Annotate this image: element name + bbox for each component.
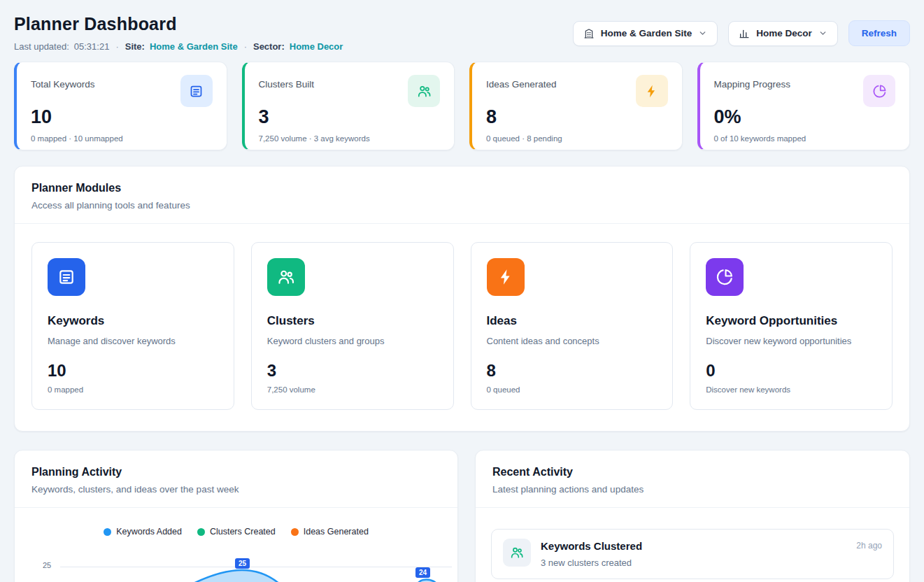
legend-dot — [291, 528, 299, 536]
stat-value: 8 — [486, 106, 668, 128]
planning-activity-panel: Planning Activity Keywords, clusters, an… — [14, 450, 458, 582]
module-detail: Discover new keywords — [706, 385, 876, 394]
sector-selector-label: Home Decor — [756, 28, 812, 38]
legend-label: Keywords Added — [116, 527, 182, 537]
stat-detail: 0 queued · 8 pending — [486, 134, 668, 143]
modules-grid: Keywords Manage and discover keywords 10… — [15, 224, 909, 431]
activity-item-description: 3 new clusters created — [541, 558, 846, 568]
stat-label: Ideas Generated — [486, 75, 557, 90]
people-icon — [503, 539, 531, 567]
header-actions: Home & Garden Site Home Decor Refresh — [573, 20, 910, 46]
chevron-down-icon — [698, 29, 707, 38]
legend-item-clusters-created: Clusters Created — [197, 527, 276, 537]
modules-title: Planner Modules — [31, 182, 893, 194]
activity-list-item: Keywords Clustered 3 new clusters create… — [491, 529, 894, 579]
module-title: Keywords — [48, 314, 218, 328]
module-description: Content ideas and concepts — [487, 336, 658, 346]
legend-label: Ideas Generated — [304, 527, 369, 537]
planning-activity-title: Planning Activity — [31, 466, 441, 478]
modules-subtitle: Access all planning tools and features — [31, 200, 893, 211]
legend-item-keywords-added: Keywords Added — [104, 527, 182, 537]
module-detail: 7,250 volume — [267, 385, 438, 394]
stat-detail: 0 of 10 keywords mapped — [714, 134, 896, 143]
module-description: Manage and discover keywords — [48, 336, 218, 346]
planning-activity-chart: 25 25 24 — [15, 545, 457, 582]
meta-separator: · — [243, 41, 248, 52]
activity-item-title: Keywords Clustered — [541, 540, 846, 552]
building-icon — [583, 28, 595, 39]
document-lines-icon — [180, 75, 213, 107]
pie-chart-icon — [706, 258, 744, 296]
stat-detail: 7,250 volume · 3 avg keywords — [259, 134, 441, 143]
activity-item-timestamp: 2h ago — [856, 541, 882, 551]
page-title: Planner Dashboard — [14, 14, 343, 34]
sector-label: Sector: — [253, 41, 285, 52]
module-card-ideas[interactable]: Ideas Content ideas and concepts 8 0 que… — [471, 242, 674, 410]
activity-item-body: Keywords Clustered 3 new clusters create… — [541, 539, 846, 568]
site-label: Site: — [125, 41, 145, 52]
lightning-icon — [487, 258, 525, 296]
page-header: Planner Dashboard Last updated: 05:31:21… — [14, 14, 910, 52]
point-label-badge: 24 — [415, 567, 430, 578]
stat-label: Total Keywords — [31, 75, 95, 90]
chart-legend: Keywords Added Clusters Created Ideas Ge… — [15, 508, 457, 537]
planner-modules-panel: Planner Modules Access all planning tool… — [14, 166, 910, 432]
stat-value: 0% — [714, 106, 896, 128]
header-left: Planner Dashboard Last updated: 05:31:21… — [14, 14, 343, 52]
stat-card-total-keywords: Total Keywords 10 0 mapped · 10 unmapped — [14, 62, 227, 150]
module-detail: 0 queued — [487, 385, 658, 394]
refresh-button[interactable]: Refresh — [848, 20, 910, 46]
module-value: 3 — [267, 361, 438, 381]
header-meta: Last updated: 05:31:21 · Site: Home & Ga… — [14, 41, 343, 52]
last-updated-label: Last updated: — [14, 41, 69, 52]
bar-chart-icon — [739, 28, 750, 39]
document-lines-icon — [48, 258, 85, 296]
lightning-icon — [636, 75, 668, 107]
keywords-added-line-series — [60, 559, 448, 582]
planning-activity-header: Planning Activity Keywords, clusters, an… — [15, 450, 457, 508]
stat-detail: 0 mapped · 10 unmapped — [31, 134, 213, 143]
stat-label: Clusters Built — [259, 75, 315, 90]
point-label-badge: 25 — [235, 558, 250, 569]
recent-activity-header: Recent Activity Latest planning actions … — [476, 450, 909, 508]
pie-chart-icon — [863, 75, 895, 107]
module-description: Discover new keyword opportunities — [706, 336, 876, 346]
stat-value: 3 — [259, 106, 441, 128]
chevron-down-icon — [818, 29, 827, 38]
module-title: Ideas — [487, 314, 658, 328]
legend-dot — [197, 528, 205, 536]
legend-item-ideas-generated: Ideas Generated — [291, 527, 369, 537]
stat-card-ideas-generated: Ideas Generated 8 0 queued · 8 pending — [469, 62, 683, 150]
people-icon — [267, 258, 305, 296]
site-link[interactable]: Home & Garden Site — [150, 41, 238, 52]
stats-row: Total Keywords 10 0 mapped · 10 unmapped… — [14, 62, 910, 150]
legend-dot — [104, 528, 111, 536]
stat-value: 10 — [31, 106, 213, 128]
bottom-row: Planning Activity Keywords, clusters, an… — [14, 450, 910, 582]
people-icon — [408, 75, 440, 107]
meta-separator: · — [114, 41, 120, 52]
legend-label: Clusters Created — [210, 527, 276, 537]
sector-selector-dropdown[interactable]: Home Decor — [728, 21, 838, 46]
modules-panel-header: Planner Modules Access all planning tool… — [15, 166, 909, 224]
stat-card-mapping-progress: Mapping Progress 0% 0 of 10 keywords map… — [697, 62, 911, 150]
module-title: Clusters — [267, 314, 438, 328]
recent-activity-title: Recent Activity — [492, 466, 893, 478]
module-description: Keyword clusters and groups — [267, 336, 438, 346]
last-updated-value: 05:31:21 — [74, 41, 110, 52]
site-selector-label: Home & Garden Site — [601, 28, 692, 38]
recent-activity-panel: Recent Activity Latest planning actions … — [475, 450, 910, 582]
module-card-keyword-opportunities[interactable]: Keyword Opportunities Discover new keywo… — [690, 242, 893, 410]
stat-label: Mapping Progress — [714, 75, 791, 90]
module-card-keywords[interactable]: Keywords Manage and discover keywords 10… — [31, 242, 234, 410]
y-axis-tick: 25 — [43, 561, 51, 569]
module-title: Keyword Opportunities — [706, 314, 876, 328]
recent-activity-subtitle: Latest planning actions and updates — [492, 484, 893, 495]
module-detail: 0 mapped — [48, 385, 218, 394]
module-card-clusters[interactable]: Clusters Keyword clusters and groups 3 7… — [251, 242, 454, 410]
module-value: 8 — [487, 361, 658, 381]
planning-activity-subtitle: Keywords, clusters, and ideas over the p… — [31, 484, 441, 495]
module-value: 0 — [706, 361, 876, 381]
site-selector-dropdown[interactable]: Home & Garden Site — [573, 21, 718, 46]
sector-link[interactable]: Home Decor — [290, 41, 343, 52]
